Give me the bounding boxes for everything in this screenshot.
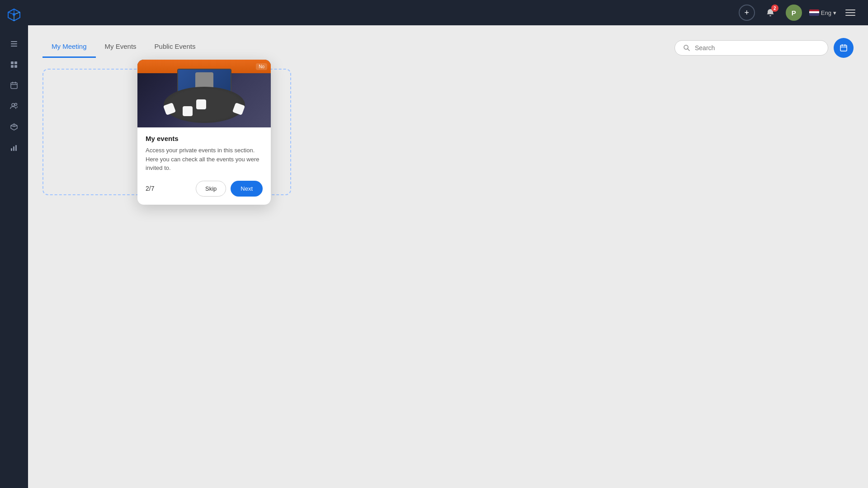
- sidebar-item-dashboard[interactable]: [5, 56, 23, 73]
- tab-actions: [675, 38, 854, 58]
- svg-rect-4: [11, 46, 17, 47]
- tooltip-popup: No My events Access your private events …: [137, 60, 271, 205]
- tooltip-body: My events Access your private events in …: [137, 127, 271, 205]
- search-input[interactable]: [695, 44, 820, 52]
- notification-badge: 2: [771, 5, 778, 12]
- tooltip-actions: Skip Next: [196, 181, 263, 197]
- image-label: No: [256, 63, 267, 70]
- svg-rect-2: [11, 41, 17, 42]
- main-content: My Meeting My Events Public Events: [28, 25, 868, 488]
- svg-rect-17: [15, 145, 17, 151]
- sidebar-item-calendar[interactable]: [5, 77, 23, 94]
- tab-my-events[interactable]: My Events: [96, 38, 146, 58]
- svg-line-19: [688, 49, 689, 51]
- svg-point-13: [12, 103, 14, 106]
- add-button[interactable]: +: [739, 5, 755, 21]
- app-logo: [5, 5, 24, 24]
- user-avatar[interactable]: P: [786, 5, 802, 21]
- flag-icon: [809, 9, 819, 16]
- svg-rect-15: [11, 148, 12, 151]
- sidebar-item-menu[interactable]: [5, 35, 23, 52]
- notification-button[interactable]: 2: [762, 5, 778, 21]
- search-box: [675, 40, 828, 56]
- content-area: No My events Access your private events …: [42, 69, 291, 195]
- search-icon: [683, 44, 690, 52]
- tabs: My Meeting My Events Public Events: [42, 38, 204, 58]
- svg-rect-6: [14, 61, 17, 64]
- svg-point-14: [15, 103, 17, 106]
- topbar: + 2 P Eng ▾: [28, 0, 868, 25]
- language-selector[interactable]: Eng ▾: [809, 9, 836, 16]
- tooltip-description: Access your private events in this secti…: [146, 146, 263, 173]
- tooltip-footer: 2/7 Skip Next: [146, 181, 263, 197]
- tooltip-title: My events: [146, 135, 263, 142]
- svg-rect-3: [11, 43, 17, 44]
- tab-bar: My Meeting My Events Public Events: [42, 38, 854, 58]
- skip-button[interactable]: Skip: [196, 181, 226, 197]
- tab-my-meeting[interactable]: My Meeting: [42, 38, 96, 58]
- svg-rect-20: [840, 45, 847, 51]
- sidebar-item-chart[interactable]: [5, 139, 23, 156]
- step-indicator: 2/7: [146, 185, 154, 192]
- hamburger-menu[interactable]: [844, 8, 857, 18]
- svg-rect-16: [13, 146, 14, 151]
- tab-public-events[interactable]: Public Events: [146, 38, 205, 58]
- svg-rect-9: [11, 83, 17, 89]
- sidebar: [0, 0, 28, 488]
- svg-rect-5: [11, 61, 14, 64]
- sidebar-item-cube[interactable]: [5, 118, 23, 136]
- calendar-button[interactable]: [834, 38, 854, 58]
- svg-point-1: [13, 13, 15, 16]
- main-container: + 2 P Eng ▾ My Meeting My Events Public …: [28, 0, 868, 488]
- svg-rect-7: [11, 65, 14, 68]
- tooltip-image: No: [137, 60, 271, 127]
- next-button[interactable]: Next: [231, 181, 263, 197]
- svg-rect-8: [14, 65, 17, 68]
- sidebar-item-users[interactable]: [5, 98, 23, 115]
